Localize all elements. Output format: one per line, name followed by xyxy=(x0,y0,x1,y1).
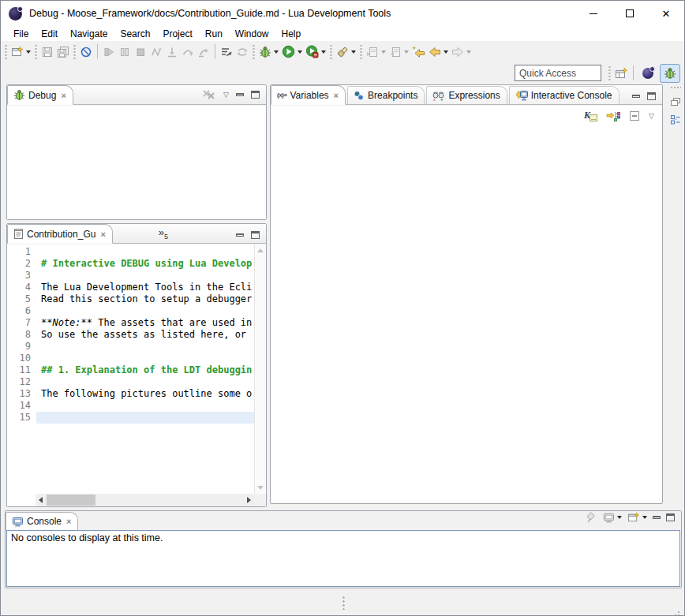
scroll-up-icon[interactable] xyxy=(257,248,264,252)
scrollbar-thumb[interactable] xyxy=(47,495,95,506)
scroll-left-icon[interactable] xyxy=(39,497,43,503)
scroll-down-icon[interactable] xyxy=(257,486,264,490)
menu-edit[interactable]: Edit xyxy=(35,27,64,41)
remove-all-terminated-icon[interactable] xyxy=(202,89,216,100)
open-console-button[interactable] xyxy=(627,510,647,526)
back-button[interactable] xyxy=(427,43,450,61)
last-edit-location-button[interactable]: * xyxy=(410,43,427,61)
window-close-button[interactable]: ✕ xyxy=(648,1,684,26)
maximize-view-button[interactable] xyxy=(647,92,656,100)
debug-perspective-button[interactable] xyxy=(660,64,680,83)
editor-line[interactable]: 3 xyxy=(7,270,254,282)
toolbar-drag-handle[interactable] xyxy=(608,66,612,80)
minimize-view-button[interactable] xyxy=(236,233,244,237)
forward-button[interactable] xyxy=(450,43,473,61)
tab-console[interactable]: Console × xyxy=(6,512,78,531)
scroll-right-icon[interactable] xyxy=(247,497,251,503)
editor-line[interactable]: 1 xyxy=(7,246,254,258)
resume-button[interactable] xyxy=(101,43,117,61)
close-icon[interactable]: × xyxy=(61,91,66,100)
maximize-view-button[interactable] xyxy=(251,231,260,239)
editor-content[interactable]: 12# Interactive DEBUG using Lua Develop3… xyxy=(7,245,266,506)
toolbar-drag-handle[interactable] xyxy=(359,45,363,59)
step-return-button[interactable] xyxy=(196,43,211,61)
close-icon[interactable]: × xyxy=(66,517,71,526)
minimize-view-button[interactable] xyxy=(236,93,244,96)
step-into-button[interactable] xyxy=(164,43,180,61)
editor-line[interactable]: 9 xyxy=(7,341,254,353)
menu-window[interactable]: Window xyxy=(229,27,275,41)
menu-search[interactable]: Search xyxy=(114,27,156,41)
editor-line[interactable]: 15 xyxy=(7,412,254,424)
show-logical-structures-button[interactable] xyxy=(606,110,620,122)
toolbar-drag-handle[interactable] xyxy=(252,45,256,59)
tab-interactive-console[interactable]: Interactive Console xyxy=(509,86,619,104)
maximize-view-button[interactable] xyxy=(251,91,260,99)
pin-console-button[interactable] xyxy=(585,512,597,524)
next-annotation-button[interactable] xyxy=(365,43,387,61)
previous-annotation-button[interactable] xyxy=(387,43,410,61)
tab-contribution-guide[interactable]: Contribution_Gu × xyxy=(7,224,113,244)
new-wizard-button[interactable] xyxy=(9,43,32,61)
menu-file[interactable]: File xyxy=(7,27,35,41)
open-perspective-button[interactable] xyxy=(613,65,630,82)
tab-variables[interactable]: (x)= Variables × xyxy=(271,85,346,105)
quick-access-input[interactable] xyxy=(515,65,601,81)
maximize-view-button[interactable] xyxy=(666,513,675,521)
menu-run[interactable]: Run xyxy=(199,27,229,41)
editor-line[interactable]: 13The following pictures outline some o xyxy=(7,388,254,400)
minimize-view-button[interactable] xyxy=(632,95,640,98)
show-type-names-button[interactable]: K xyxy=(584,110,598,122)
use-step-filters-button[interactable] xyxy=(219,43,234,61)
save-button[interactable] xyxy=(39,43,55,61)
menu-project[interactable]: Project xyxy=(156,27,198,41)
drop-to-frame-button[interactable] xyxy=(234,43,250,61)
variables-view-content[interactable] xyxy=(271,126,662,503)
lua-perspective-button[interactable] xyxy=(638,64,658,83)
save-all-button[interactable] xyxy=(55,43,71,61)
editor-horizontal-scrollbar[interactable] xyxy=(36,494,254,506)
disconnect-button[interactable] xyxy=(148,43,164,61)
editor-line[interactable]: 5Read this section to setup a debugger xyxy=(7,293,254,305)
menu-navigate[interactable]: Navigate xyxy=(64,27,114,41)
editor-line[interactable]: 14 xyxy=(7,400,254,412)
editor-line[interactable]: 6 xyxy=(7,305,254,317)
window-minimize-button[interactable] xyxy=(575,1,612,26)
editor-line[interactable]: 10 xyxy=(7,353,254,364)
toolbar-drag-handle[interactable] xyxy=(4,45,8,59)
window-resize-grip[interactable] xyxy=(678,611,679,613)
editor-line[interactable]: 11## 1. Explanation of the LDT debuggin xyxy=(7,364,254,376)
minimize-view-button[interactable] xyxy=(653,516,661,519)
suspend-button[interactable] xyxy=(117,43,133,61)
editor-line[interactable]: 2# Interactive DEBUG using Lua Develop xyxy=(7,258,254,270)
editor-line[interactable]: 8So use the assets as listed here, or xyxy=(7,329,254,341)
tab-breakpoints[interactable]: Breakpoints xyxy=(347,86,425,104)
hidden-editors-button[interactable]: »5 xyxy=(159,226,168,241)
console-content[interactable]: No consoles to display at this time. xyxy=(6,530,680,587)
debug-view-content[interactable] xyxy=(7,106,266,219)
run-button[interactable] xyxy=(280,43,304,61)
view-menu-button[interactable]: ▽ xyxy=(649,113,654,120)
search-button[interactable] xyxy=(335,43,357,61)
toolbar-drag-handle[interactable] xyxy=(34,45,38,59)
debug-button[interactable] xyxy=(257,43,280,61)
close-icon[interactable]: × xyxy=(100,230,105,239)
editor-lines[interactable]: 12# Interactive DEBUG using Lua Develop3… xyxy=(7,246,254,494)
collapse-all-button[interactable] xyxy=(628,110,641,122)
toolbar-drag-handle[interactable] xyxy=(329,45,333,59)
view-menu-button[interactable]: ▽ xyxy=(223,91,229,99)
editor-vertical-scrollbar[interactable] xyxy=(254,245,266,494)
menu-help[interactable]: Help xyxy=(275,27,308,41)
editor-line[interactable]: 12 xyxy=(7,376,254,388)
skip-all-breakpoints-button[interactable] xyxy=(78,43,94,61)
window-maximize-button[interactable] xyxy=(612,1,648,26)
tab-debug[interactable]: Debug × xyxy=(7,85,73,105)
terminate-button[interactable] xyxy=(133,43,148,61)
step-over-button[interactable] xyxy=(180,43,196,61)
editor-line[interactable]: 4The Lua Development Tools in the Ecli xyxy=(7,282,254,293)
display-selected-console-button[interactable] xyxy=(603,510,622,526)
trim-drag-handle[interactable] xyxy=(670,86,681,89)
toolbar-drag-handle[interactable] xyxy=(73,45,77,59)
close-icon[interactable]: × xyxy=(334,91,339,100)
outline-view-button[interactable] xyxy=(670,114,682,125)
